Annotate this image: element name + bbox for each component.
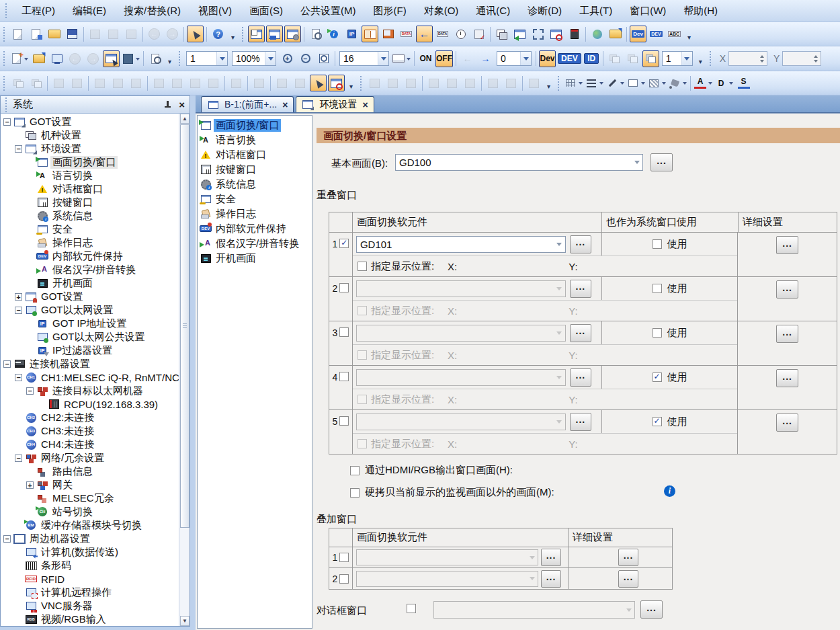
device-browse-button[interactable]: ...	[541, 549, 561, 566]
line-style-button[interactable]	[585, 75, 604, 91]
nav-item[interactable]: 系统信息	[198, 177, 312, 192]
object-frame-color-button[interactable]: D	[714, 75, 734, 91]
screen-front-button[interactable]	[248, 26, 265, 42]
tree-item[interactable]: GOT IP地址设置	[1, 317, 179, 330]
dialog-window-browse-button[interactable]: ...	[640, 600, 663, 619]
zoom-out-button[interactable]	[297, 50, 314, 67]
expand-toggle-icon[interactable]: −	[15, 145, 22, 153]
object-setting-button[interactable]	[251, 75, 267, 91]
screen-image-button[interactable]	[48, 50, 65, 67]
close-icon[interactable]: ×	[282, 100, 288, 110]
select-previous-button[interactable]	[274, 75, 290, 91]
tab-environment-settings[interactable]: 环境设置 ×	[296, 96, 374, 112]
chevron-down-icon[interactable]	[378, 52, 388, 65]
menu-item[interactable]: 通讯(C)	[467, 1, 519, 21]
base-screen-combo[interactable]: GD100	[395, 154, 643, 171]
tree-item[interactable]: IP过滤器设置	[1, 344, 179, 357]
spinner-arrows-icon[interactable]	[760, 53, 767, 65]
menu-item[interactable]: 图形(F)	[365, 1, 415, 21]
detail-setting-button[interactable]: ...	[776, 369, 798, 387]
menu-item[interactable]: 搜索/替换(R)	[115, 1, 190, 21]
expand-toggle-icon[interactable]: −	[3, 535, 11, 543]
menu-item[interactable]: 诊断(D)	[519, 1, 571, 21]
hdmi-output-checkbox[interactable]	[350, 466, 360, 475]
id-display-button[interactable]: ID	[583, 50, 600, 67]
tree-item[interactable]: 画面切换/窗口	[1, 155, 179, 169]
dialog-window-checkbox[interactable]	[407, 604, 416, 613]
fit-to-object-width-button[interactable]	[50, 75, 67, 91]
chevron-down-icon[interactable]	[631, 155, 642, 170]
tree-item[interactable]: 计算机远程操作	[1, 586, 179, 599]
expand-toggle-icon[interactable]: −	[26, 387, 34, 395]
shadow-color-button[interactable]: S	[735, 75, 752, 91]
toolbar-overflow-icon[interactable]: ▾	[228, 26, 237, 43]
chevron-down-icon[interactable]	[265, 52, 276, 65]
tree-item[interactable]: 对话框窗口	[1, 182, 179, 196]
doc-preview-button[interactable]	[146, 50, 163, 67]
open-screen-button[interactable]	[30, 50, 47, 67]
zoom-in-button[interactable]	[279, 50, 296, 67]
toolbar-overflow-icon[interactable]: ▾	[685, 26, 694, 43]
combo-grid-combo[interactable]: 16	[339, 51, 389, 66]
window-enable-checkbox[interactable]	[339, 553, 349, 562]
switching-device-combo[interactable]	[356, 571, 538, 587]
tree-item[interactable]: −周边机器设置	[1, 532, 179, 545]
expand-toggle-icon[interactable]: −	[3, 118, 11, 126]
expand-toggle-icon[interactable]: −	[15, 374, 22, 381]
tree-item[interactable]: GOT以太网公共设置	[1, 330, 179, 344]
spinner-x-position[interactable]	[728, 51, 767, 66]
nav-item[interactable]: 按键窗口	[198, 162, 312, 177]
device-display-button[interactable]: Dev	[539, 50, 556, 67]
redo-button[interactable]	[164, 26, 181, 42]
window-enable-checkbox[interactable]	[339, 283, 349, 292]
tree-item[interactable]: 系统信息	[1, 209, 179, 223]
tree-scrollbar[interactable]: ▲ ▼	[179, 114, 190, 626]
switching-device-combo[interactable]	[356, 325, 566, 342]
switching-device-combo[interactable]	[356, 549, 538, 565]
screen-capture-button[interactable]	[548, 26, 564, 42]
detail-setting-button[interactable]: ...	[776, 325, 798, 343]
toolbar-overflow-icon[interactable]: ▾	[165, 50, 174, 67]
tree-item[interactable]: RCPU(192.168.3.39)	[1, 397, 179, 411]
window-enable-checkbox[interactable]	[339, 574, 349, 584]
device-list-button[interactable]	[648, 26, 665, 42]
nav-item[interactable]: 开机画面	[198, 251, 312, 266]
tree-item[interactable]: 假名汉字/拼音转换	[1, 263, 179, 276]
window-enable-checkbox[interactable]	[339, 416, 349, 426]
screen-back-button[interactable]	[67, 50, 83, 67]
spinner-y-position[interactable]	[782, 51, 821, 66]
close-icon[interactable]: ×	[362, 100, 368, 110]
tree-item[interactable]: −GOT以太网设置	[1, 303, 179, 317]
template-area-button[interactable]	[530, 26, 546, 42]
tree-item[interactable]: 缓冲存储器模块号切换	[1, 518, 179, 532]
cut-button[interactable]	[87, 26, 103, 42]
align-top-button[interactable]	[425, 75, 442, 91]
align-center-vertical-button[interactable]	[444, 75, 460, 91]
tree-item[interactable]: 站号切换	[1, 505, 179, 518]
device-label-display-button[interactable]: DEV	[557, 50, 582, 67]
tree-item[interactable]: 条形码	[1, 559, 179, 572]
menu-item[interactable]: 工具(T)	[571, 1, 621, 21]
color-setting-button[interactable]	[121, 50, 140, 67]
select-cursor-button[interactable]	[187, 26, 204, 42]
screen-image-list-button[interactable]	[362, 26, 378, 42]
switching-device-combo[interactable]: GD101	[356, 236, 566, 253]
close-icon[interactable]: ×	[179, 100, 185, 110]
tree-item[interactable]: 按键窗口	[1, 196, 179, 209]
tree-item[interactable]: MELSEC冗余	[1, 491, 179, 505]
layer-all-button[interactable]	[642, 50, 659, 67]
device-browse-button[interactable]: ...	[570, 368, 591, 387]
new-screen-button[interactable]	[9, 50, 29, 67]
hardcopy-checkbox[interactable]	[350, 488, 360, 498]
text-list-button[interactable]	[666, 26, 683, 42]
toolbar-overflow-icon[interactable]: ▾	[544, 75, 553, 92]
shape-fill-color-button[interactable]	[668, 75, 687, 91]
chevron-down-icon[interactable]	[520, 52, 531, 65]
tree-item[interactable]: 视频/RGB输入	[1, 613, 179, 626]
tree-item[interactable]: RFID	[1, 572, 179, 586]
detail-setting-button[interactable]: ...	[618, 549, 638, 566]
data-browser-button[interactable]	[416, 26, 433, 42]
memory-card-button[interactable]	[566, 26, 583, 42]
tree-item[interactable]: 开机画面	[1, 276, 179, 290]
state-prev-button[interactable]	[459, 50, 476, 67]
